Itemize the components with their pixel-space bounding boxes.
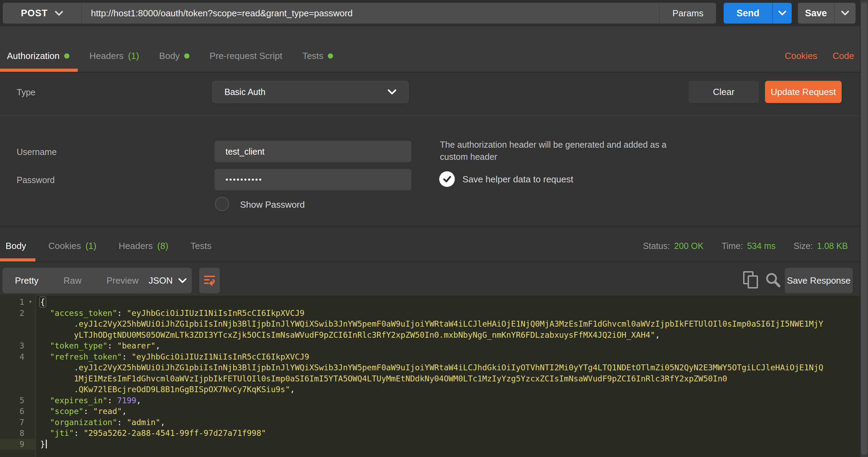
code-token: .QKw72lEBcjreOdD9L8B1nGgBISpOX7NvCy7KqKS…: [74, 385, 290, 394]
tab-cookies[interactable]: Cookies(1): [48, 241, 96, 251]
update-request-button[interactable]: Update Request: [765, 81, 842, 103]
time-label: Time:: [722, 241, 743, 251]
tab-headers[interactable]: Headers(8): [119, 241, 168, 251]
code-token: :: [74, 429, 84, 438]
tab-body[interactable]: Body: [159, 51, 189, 61]
code-token: :: [84, 407, 93, 416]
save-button[interactable]: Save: [798, 3, 834, 24]
tab-pre-request-script[interactable]: Pre-request Script: [210, 51, 282, 61]
username-field[interactable]: test_client: [214, 141, 411, 162]
tab-label: Pre-request Script: [210, 51, 282, 61]
url-input[interactable]: http://host1:8000/oauth/token?scope=read…: [82, 3, 659, 24]
line-number: 9: [0, 439, 24, 450]
code-token: "jti": [50, 429, 74, 438]
size-item: Size: 1.08 KB: [793, 241, 848, 251]
response-toolbar: PrettyRawPreview JSON: [0, 262, 868, 295]
show-password-label: Show Password: [240, 199, 305, 210]
view-mode-preview[interactable]: Preview: [94, 275, 151, 286]
cookies-link[interactable]: Cookies: [785, 51, 817, 61]
username-value: test_client: [225, 147, 265, 157]
method-dropdown[interactable]: POST: [3, 3, 82, 24]
scrollbar-track[interactable]: [860, 0, 868, 457]
tab-tests[interactable]: Tests: [303, 51, 333, 61]
code-token: {: [40, 298, 45, 307]
send-button[interactable]: Send: [724, 3, 772, 24]
view-mode-raw[interactable]: Raw: [51, 275, 94, 286]
show-password-toggle[interactable]: [215, 197, 229, 211]
code-text: .QKw72lEBcjreOdD9L8B1nGgBISpOX7NvCy7KqKS…: [40, 384, 868, 395]
json-response-code: 1▾{2"access_token": "eyJhbGciOiJIUzI1NiI…: [0, 297, 868, 450]
format-select[interactable]: JSON: [143, 268, 192, 293]
params-button[interactable]: Params: [659, 3, 716, 24]
code-line: .QKw72lEBcjreOdD9L8B1nGgBISpOX7NvCy7KqKS…: [0, 384, 868, 395]
tab-headers[interactable]: Headers(1): [90, 51, 139, 61]
code-token: :: [122, 352, 131, 361]
status-value: 200 OK: [674, 241, 704, 251]
copy-icon: [742, 270, 759, 289]
password-value: ••••••••••: [225, 175, 263, 184]
code-token: ,: [136, 396, 141, 405]
code-text: .eyJ1c2VyX25hbWUiOiJhZG1pbiIsInNjb3BlIjp…: [40, 319, 868, 330]
code-token: 7199: [117, 396, 136, 405]
code-text: yLTJhODgtNDU0MS05OWZmLTk3ZDI3YTcxZjk5OCI…: [40, 330, 868, 341]
scrollbar-thumb[interactable]: [861, 2, 867, 455]
code-text: "scope": "read",: [40, 406, 868, 417]
text-cursor: [46, 440, 47, 448]
url-group: POST http://host1:8000/oauth/token?scope…: [3, 3, 716, 24]
code-link[interactable]: Code: [833, 51, 854, 61]
line-number: 6: [0, 406, 24, 417]
line-number: 5: [0, 395, 24, 406]
chevron-down-icon: [841, 11, 849, 16]
tab-body[interactable]: Body: [6, 241, 26, 251]
save-helper-checkbox[interactable]: [439, 171, 455, 187]
code-line: .eyJ1c2VyX25hbWUiOiJhZG1pbiIsInNjb3BlIjp…: [0, 319, 868, 330]
code-token: ,: [122, 407, 127, 416]
postman-window: POST http://host1:8000/oauth/token?scope…: [0, 0, 868, 457]
code-token: "295a5262-2a88-4541-99ff-97d27a71f998": [84, 429, 266, 438]
request-tab-bar: AuthorizationHeaders(1)BodyPre-request S…: [0, 26, 868, 72]
clear-button[interactable]: Clear: [689, 81, 759, 103]
code-token: "admin": [127, 418, 160, 427]
tab-count-badge: (1): [85, 241, 96, 251]
tab-tests[interactable]: Tests: [190, 241, 212, 251]
url-text: http://host1:8000/oauth/token?scope=read…: [91, 8, 353, 19]
time-value: 534 ms: [747, 241, 775, 251]
code-line: yLTJhODgtNDU0MS05OWZmLTk3ZDI3YTcxZjk5OCI…: [0, 330, 868, 341]
code-line: 7"organization": "admin",: [0, 417, 868, 428]
response-tab-list: BodyCookies(1)Headers(8)Tests: [6, 241, 212, 251]
time-item: Time: 534 ms: [722, 241, 776, 251]
code-token: "access_token": [50, 309, 117, 318]
tab-links: Cookies Code: [785, 51, 854, 61]
tab-authorization[interactable]: Authorization: [7, 51, 69, 61]
code-token: :: [117, 309, 127, 318]
line-number: 3: [0, 340, 24, 352]
code-token: "token_type": [50, 341, 108, 350]
send-dropdown-button[interactable]: [772, 3, 792, 24]
code-token: "expires_in": [50, 396, 108, 405]
copy-button[interactable]: [742, 270, 759, 291]
chevron-down-icon: [178, 278, 187, 283]
save-helper-label: Save helper data to request: [462, 174, 573, 185]
code-token: :: [117, 418, 127, 427]
password-field[interactable]: ••••••••••: [214, 169, 411, 190]
format-value: JSON: [148, 275, 172, 286]
section-divider: [0, 115, 868, 116]
fold-arrow-icon[interactable]: ▾: [28, 296, 32, 307]
status-label: Status:: [643, 241, 670, 251]
view-mode-pretty[interactable]: Pretty: [2, 275, 51, 286]
send-button-group: Send: [724, 3, 792, 24]
code-text: "refresh_token": "eyJhbGciOiJIUzI1NiIsIn…: [40, 352, 868, 363]
code-text: .eyJ1c2VyX25hbWUiOiJhZG1pbiIsInNjb3BlIjp…: [40, 362, 868, 373]
code-token: :: [108, 341, 117, 350]
code-text: "token_type": "bearer",: [40, 340, 868, 352]
search-button[interactable]: [765, 271, 781, 290]
wrap-text-button[interactable]: [199, 268, 220, 293]
auth-type-select[interactable]: Basic Auth: [212, 81, 409, 103]
save-response-button[interactable]: Save Response: [785, 268, 853, 293]
code-text: "organization": "admin",: [40, 417, 868, 428]
line-number: 2: [0, 308, 24, 319]
code-line: 5"expires_in": 7199,: [0, 395, 868, 406]
save-dropdown-button[interactable]: [834, 3, 856, 24]
tab-count-badge: (8): [157, 241, 168, 251]
chevron-down-icon: [778, 11, 786, 16]
